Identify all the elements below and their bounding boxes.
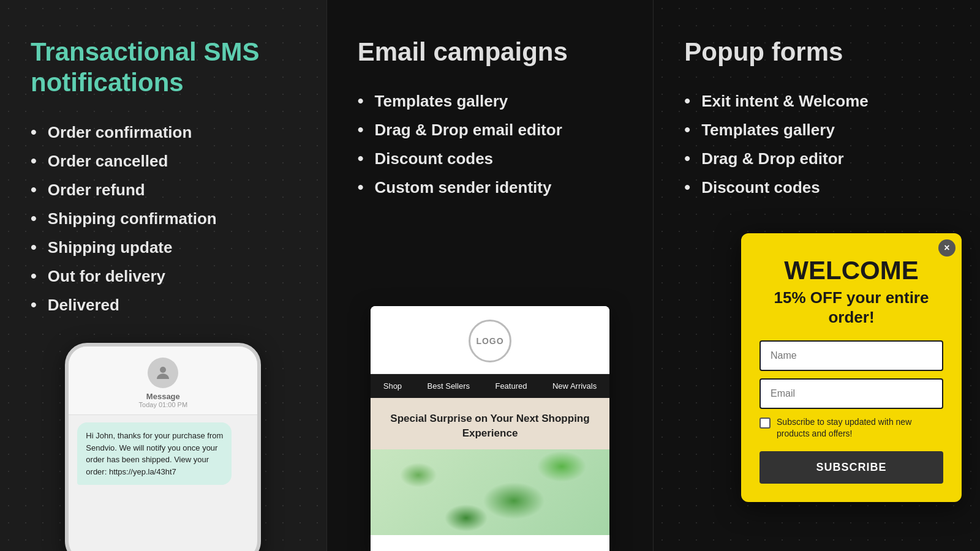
avatar xyxy=(148,358,178,388)
left-column: Transactional SMS notifications Order co… xyxy=(0,0,326,551)
phone-mockup: Message Today 01:00 PM Hi John, thanks f… xyxy=(65,343,261,551)
email-hero-title: Special Surprise on Your Next Shopping E… xyxy=(383,411,597,441)
email-feature-item: Discount codes xyxy=(358,149,623,168)
svg-point-0 xyxy=(160,367,166,373)
email-nav-item[interactable]: New Arrivals xyxy=(552,381,597,391)
sms-bubble: Hi John, thanks for your purchase from S… xyxy=(77,422,232,485)
email-feature-item: Templates gallery xyxy=(358,92,623,111)
mid-title: Email campaigns xyxy=(358,37,623,67)
phone-message-time: Today 01:00 PM xyxy=(139,401,188,408)
popup-name-input[interactable] xyxy=(760,340,943,371)
left-title: Transactional SMS notifications xyxy=(31,37,296,99)
popup-subscribe-button[interactable]: SUBSCRIBE xyxy=(760,451,943,484)
popup-welcome-text: WELCOME xyxy=(760,258,943,283)
email-nav-item[interactable]: Best Sellers xyxy=(428,381,470,391)
popup-subscribe-checkbox[interactable] xyxy=(760,418,771,429)
sms-feature-item: Order cancelled xyxy=(31,152,296,171)
email-nav-item[interactable]: Shop xyxy=(383,381,402,391)
email-logo: LOGO xyxy=(469,320,511,362)
popup-features-list: Exit intent & WelcomeTemplates galleryDr… xyxy=(684,92,949,197)
sms-feature-item: Out for delivery xyxy=(31,267,296,286)
sms-feature-item: Shipping confirmation xyxy=(31,209,296,228)
popup-mockup: × WELCOME 15% OFF your entire order! Sub… xyxy=(741,233,962,502)
email-nav-item[interactable]: Featured xyxy=(495,381,527,391)
email-hero: Special Surprise on Your Next Shopping E… xyxy=(371,398,609,449)
popup-feature-item: Drag & Drop editor xyxy=(684,149,949,168)
sms-feature-item: Delivered xyxy=(31,296,296,315)
popup-feature-item: Exit intent & Welcome xyxy=(684,92,949,111)
sms-feature-item: Shipping update xyxy=(31,238,296,257)
popup-checkbox-label: Subscribe to stay updated with new produ… xyxy=(777,416,943,440)
sms-feature-item: Order refund xyxy=(31,181,296,200)
sms-features-list: Order confirmationOrder cancelledOrder r… xyxy=(31,123,296,315)
popup-offer-text: 15% OFF your entire order! xyxy=(760,288,943,326)
leaf-decoration xyxy=(371,449,609,535)
email-feature-item: Drag & Drop email editor xyxy=(358,121,623,140)
email-features-list: Templates galleryDrag & Drop email edito… xyxy=(358,92,623,197)
right-title: Popup forms xyxy=(684,37,949,67)
mid-column: Email campaigns Templates galleryDrag & … xyxy=(326,0,654,551)
popup-checkbox-row: Subscribe to stay updated with new produ… xyxy=(760,416,943,440)
popup-body: WELCOME 15% OFF your entire order! Subsc… xyxy=(741,233,962,502)
email-logo-bar: LOGO xyxy=(371,306,609,374)
popup-feature-item: Templates gallery xyxy=(684,121,949,140)
popup-feature-item: Discount codes xyxy=(684,178,949,197)
phone-top-bar: Message Today 01:00 PM xyxy=(69,347,257,415)
right-column: Popup forms Exit intent & WelcomeTemplat… xyxy=(654,0,980,551)
popup-email-input[interactable] xyxy=(760,378,943,409)
email-hero-image xyxy=(371,449,609,535)
phone-body: Hi John, thanks for your purchase from S… xyxy=(69,415,257,551)
email-nav: ShopBest SellersFeaturedNew Arrivals xyxy=(371,374,609,398)
email-feature-item: Custom sender identity xyxy=(358,178,623,197)
phone-message-label: Message xyxy=(146,392,180,401)
sms-feature-item: Order confirmation xyxy=(31,123,296,142)
email-mockup: LOGO ShopBest SellersFeaturedNew Arrival… xyxy=(371,306,609,551)
